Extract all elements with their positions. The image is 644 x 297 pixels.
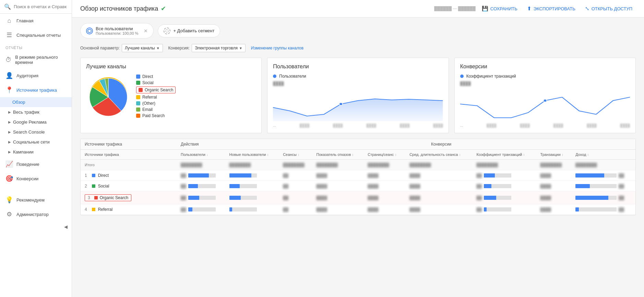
dropdown-arrow-icon: ▼ [156,46,160,50]
legend-referral[interactable]: Referral [136,95,176,100]
users-title: Пользователи [273,64,443,70]
legend-organic[interactable]: Organic Search [136,87,176,93]
users-legend: Пользователи [273,74,443,79]
col-conv-rate[interactable]: Коэффициент транзакций ↕ [472,150,536,160]
add-segment-icon [164,27,170,34]
pie-chart [86,74,131,118]
legend-paid[interactable]: Paid Search [136,113,176,118]
users-chart [273,87,443,121]
sort-icon-users: ↓ [206,153,208,157]
svg-point-4 [543,99,547,102]
sidebar-collapse-button[interactable]: ◀ [0,221,72,232]
sidebar-item-special[interactable]: ☰ Специальные отчеты [0,28,72,42]
share-label: ОТКРЫТЬ ДОСТУП [592,6,632,11]
sidebar-item-home-label: Главная [16,18,33,23]
sidebar-item-realtime-label: В режиме реального времени [15,55,66,65]
change-group-link[interactable]: Изменение группы каналов [251,46,303,50]
sidebar-item-admin[interactable]: ⚙ Администратор [0,207,72,221]
col-revenue[interactable]: Доход ↕ [571,150,635,160]
sidebar-item-overview-label: Обзор [12,100,25,105]
channel-referral[interactable]: 4 Referral [81,204,177,215]
sources-icon: 📍 [5,86,13,94]
col-new-users[interactable]: Новые пользователи ↕ [225,150,279,160]
sidebar-item-campaigns[interactable]: ▶ Кампании [0,147,72,157]
sidebar-item-audience[interactable]: 👤 Аудитория [0,68,72,83]
share-button[interactable]: ⤡ ОТКРЫТЬ ДОСТУП [582,3,636,14]
sidebar-item-all-traffic-label: Весь трафик [13,110,39,115]
dot-referral [92,208,95,211]
table-row: 4 Referral ██ [81,204,635,215]
col-duration[interactable]: Сред. длительность сеанса ↕ [405,150,472,160]
primary-param-dropdown[interactable]: Лучшие каналы ▼ [122,44,163,52]
sidebar-item-google-ads-label: Google Реклама [13,119,47,125]
sort-icon-bounce: ↕ [352,153,354,157]
conversion-arrow-icon: ▼ [239,46,242,50]
export-button[interactable]: ⬆ ЭКСПОРТИРОВАТЬ [524,3,579,14]
segment-icon [86,27,93,34]
conv-value-blurred: ████ [460,81,630,85]
page-title: Обзор источников трафика [80,5,158,12]
legend-dot-paid [136,114,140,118]
sidebar-item-social-label: Социальные сети [13,139,50,145]
col-transactions[interactable]: Транзакции ↕ [536,150,572,160]
legend-dot-other [136,101,140,105]
table-row: 1 Direct ██ [81,170,635,181]
legend-other[interactable]: (Other) [136,101,176,106]
segment-close-icon[interactable]: ✕ [144,28,148,34]
chart-x-labels: ... ████ ████ ████ ████ ████ [273,124,443,127]
col-pages[interactable]: Страниц/сеанс ↕ [363,150,405,160]
sidebar-item-sources[interactable]: 📍 Источники трафика [0,83,72,97]
sidebar-item-social[interactable]: ▶ Социальные сети [0,137,72,147]
save-label: СОХРАНИТЬ [490,6,517,11]
audience-icon: 👤 [5,72,13,79]
sort-icon-sessions: ↕ [298,153,299,157]
section-conversions: Конверсии [431,142,631,147]
primary-param-label: Основной параметр: [80,46,120,50]
sort-icon-new-users: ↕ [267,153,269,157]
sidebar-item-behavior[interactable]: 📈 Поведение [0,157,72,171]
main-area: Обзор источников трафика ✔ ██████ — ████… [72,0,644,297]
col-bounce[interactable]: Показатель отказов ↕ [312,150,364,160]
conversions-title: Конверсии [460,64,630,70]
pie-container: Direct Social Organic Search Referr [86,74,256,118]
pie-legend: Direct Social Organic Search Referr [136,74,176,118]
legend-email[interactable]: Email [136,107,176,112]
legend-social[interactable]: Social [136,80,176,85]
primary-param-value: Лучшие каналы [125,46,155,50]
save-icon: 💾 [482,5,488,12]
arrow-icon-ads: ▶ [8,120,11,124]
dot-organic [94,196,98,199]
table-section-headers: Источники трафика Действия Конверсии [81,139,635,150]
sidebar-item-home[interactable]: ⌂ Главная [0,14,72,28]
sidebar-search[interactable]: 🔍 Поиск в отчетах и Справк [0,0,72,14]
channel-direct[interactable]: 1 Direct [81,170,177,181]
users-legend-dot [273,75,276,78]
sidebar-item-overview[interactable]: Обзор [0,97,72,107]
legend-direct[interactable]: Direct [136,74,176,79]
dot-social [92,184,95,188]
col-sessions[interactable]: Сеансы ↕ [279,150,312,160]
all-users-segment[interactable]: Все пользователи Пользователи: 100,00 % … [80,23,154,38]
col-channel[interactable]: Источники трафика [81,150,177,160]
add-segment-button[interactable]: + Добавить сегмент [158,24,220,37]
sidebar-item-recommend[interactable]: 💡 Рекомендуем [0,193,72,207]
sidebar-item-sources-label: Источники трафика [16,88,57,93]
conversions-legend: Коэффициент транзакций [460,74,630,79]
channel-social[interactable]: 2 Social [81,181,177,192]
sidebar-item-audience-label: Аудитория [16,73,38,78]
header-right: ██████ — ██████ 💾 СОХРАНИТЬ ⬆ ЭКСПОРТИРО… [434,3,636,14]
conversion-dropdown[interactable]: Электронная торговля ▼ [192,44,246,52]
channel-organic[interactable]: 3 Organic Search [81,192,177,204]
sidebar-item-all-traffic[interactable]: ▶ Весь трафик [0,107,72,117]
sidebar-item-search-console[interactable]: ▶ Search Console [0,127,72,137]
col-users[interactable]: Пользователи ↓ [177,150,225,160]
svg-point-1 [166,30,168,32]
sidebar-item-realtime[interactable]: ⏱ В режиме реального времени [0,51,72,68]
home-icon: ⌂ [5,17,13,24]
sidebar-item-google-ads[interactable]: ▶ Google Реклама [0,117,72,127]
sidebar-item-conversions[interactable]: 🎯 Конверсии [0,171,72,186]
behavior-icon: 📈 [5,160,13,168]
collapse-icon: ◀ [64,224,68,229]
sidebar-item-admin-label: Администратор [16,212,49,217]
save-button[interactable]: 💾 СОХРАНИТЬ [478,3,521,14]
